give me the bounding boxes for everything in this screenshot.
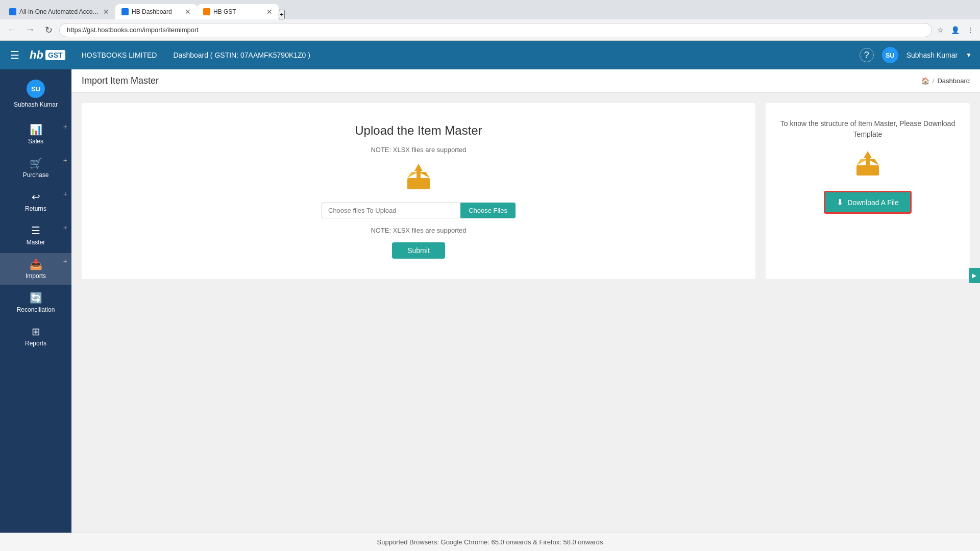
logo-hb: hb [30, 48, 43, 62]
forward-button[interactable]: → [22, 22, 38, 38]
content-area: Import Item Master 🏠 / Dashboard Upload … [71, 69, 980, 533]
bookmark-icon[interactable]: ☆ [935, 24, 946, 36]
breadcrumb: 🏠 / Dashboard [921, 77, 970, 85]
imports-plus-icon[interactable]: + [63, 257, 67, 265]
sidebar-item-purchase[interactable]: 🛒 Purchase + [0, 152, 71, 184]
page-title: Import Item Master [82, 76, 159, 86]
user-dropdown-arrow[interactable]: ▼ [966, 52, 972, 59]
purchase-plus-icon[interactable]: + [63, 156, 67, 164]
main-layout: SU Subhash Kumar 📊 Sales + 🛒 Purchase + … [0, 69, 980, 533]
new-tab-button[interactable]: + [279, 10, 285, 19]
tab-1-title: All-in-One Automated Accoun... [19, 8, 100, 15]
returns-label: Returns [25, 205, 46, 212]
imports-icon: 📥 [30, 258, 42, 270]
breadcrumb-current: Dashboard [937, 77, 970, 85]
tab-1-favicon [9, 8, 16, 15]
sidebar-item-reconciliation[interactable]: 🔄 Reconciliation [0, 287, 71, 318]
tab-bar: All-in-One Automated Accoun... ✕ HB Dash… [0, 0, 980, 19]
upload-note1: NOTE: XLSX files are supported [371, 146, 466, 154]
footer-browsers: Google Chrome: 65.0 onwards & Firefox: 5… [441, 538, 603, 546]
page-header: Import Item Master 🏠 / Dashboard [71, 69, 980, 93]
dashboard-label: Dashboard ( GSTIN: 07AAMFK5790K1Z0 ) [173, 51, 310, 59]
back-button[interactable]: ← [4, 22, 19, 38]
sidebar-item-reports[interactable]: ⊞ Reports [0, 320, 71, 352]
tab-3-close[interactable]: ✕ [266, 8, 273, 16]
logo-gst: GST [45, 50, 65, 60]
purchase-label: Purchase [23, 171, 49, 179]
submit-button[interactable]: Submit [392, 242, 445, 259]
hamburger-button[interactable]: ☰ [8, 47, 21, 63]
tab-2-title: HB Dashboard [132, 8, 182, 15]
reload-button[interactable]: ↻ [41, 22, 56, 38]
side-scroll-tab[interactable]: ▶ [969, 268, 980, 283]
tab-3[interactable]: HB GST ✕ [197, 4, 279, 19]
sales-plus-icon[interactable]: + [63, 122, 67, 131]
reconciliation-label: Reconciliation [17, 306, 55, 313]
logo-container: hb GST [30, 48, 65, 62]
svg-rect-2 [856, 165, 879, 176]
sidebar-item-master[interactable]: ☰ Master + [0, 219, 71, 251]
svg-marker-1 [414, 164, 423, 178]
sidebar-item-returns[interactable]: ↩ Returns + [0, 186, 71, 217]
reconciliation-icon: 🔄 [30, 292, 42, 304]
app-container: ☰ hb GST HOSTBOOKS LIMITED Dashboard ( G… [0, 41, 980, 551]
tab-2-favicon [121, 8, 129, 15]
user-name-top: Subhash Kumar [906, 51, 958, 59]
upload-icon [403, 162, 434, 192]
master-icon: ☰ [31, 224, 40, 237]
address-bar-row: ← → ↻ ☆ 👤 ⋮ [0, 19, 980, 41]
download-btn-label: Download A File [847, 198, 898, 207]
sidebar-user: SU Subhash Kumar [0, 76, 71, 116]
imports-label: Imports [26, 272, 46, 280]
reports-icon: ⊞ [32, 325, 40, 338]
sidebar: SU Subhash Kumar 📊 Sales + 🛒 Purchase + … [0, 69, 71, 533]
top-nav: ☰ hb GST HOSTBOOKS LIMITED Dashboard ( G… [0, 41, 980, 69]
download-file-button[interactable]: ⬇ Download A File [824, 191, 911, 214]
master-label: Master [27, 239, 45, 246]
tab-2-close[interactable]: ✕ [185, 8, 191, 16]
upload-input-row: Choose Files [322, 203, 516, 218]
svg-marker-3 [864, 151, 872, 165]
main-content: Upload the Item Master NOTE: XLSX files … [71, 93, 980, 289]
upload-card: Upload the Item Master NOTE: XLSX files … [82, 103, 755, 279]
user-avatar-top: SU [882, 47, 898, 63]
upload-icon-container [403, 162, 434, 194]
master-plus-icon[interactable]: + [63, 223, 67, 232]
tab-1-close[interactable]: ✕ [103, 8, 109, 16]
file-input[interactable] [322, 203, 460, 218]
svg-rect-0 [407, 178, 430, 189]
returns-icon: ↩ [32, 191, 40, 203]
sidebar-username: Subhash Kumar [14, 101, 58, 108]
tab-1[interactable]: All-in-One Automated Accoun... ✕ [3, 4, 115, 19]
address-input[interactable] [59, 23, 932, 37]
upload-note2: NOTE: XLSX files are supported [371, 227, 466, 234]
footer-supported-label: Supported Browsers: [377, 538, 439, 546]
sales-label: Sales [28, 138, 43, 145]
tab-3-title: HB GST [213, 8, 263, 15]
browser-chrome: All-in-One Automated Accoun... ✕ HB Dash… [0, 0, 980, 41]
breadcrumb-separator: / [933, 77, 935, 85]
download-icon [853, 150, 882, 179]
extension-icon[interactable]: ⋮ [965, 24, 976, 36]
breadcrumb-home-icon[interactable]: 🏠 [921, 77, 929, 85]
footer: Supported Browsers: Google Chrome: 65.0 … [0, 533, 980, 551]
help-button[interactable]: ? [860, 48, 874, 62]
company-name: HOSTBOOKS LIMITED [82, 51, 157, 59]
download-btn-icon: ⬇ [837, 197, 843, 207]
sidebar-item-sales[interactable]: 📊 Sales + [0, 118, 71, 150]
sidebar-item-imports[interactable]: 📥 Imports + [0, 253, 71, 285]
returns-plus-icon[interactable]: + [63, 190, 67, 198]
tab-3-favicon [203, 8, 210, 15]
choose-files-button[interactable]: Choose Files [460, 203, 516, 218]
template-description: To know the structure of Item Master, Pl… [776, 118, 960, 140]
template-card: To know the structure of Item Master, Pl… [766, 103, 970, 279]
download-icon-container [853, 150, 882, 181]
sidebar-avatar: SU [27, 80, 45, 98]
upload-title: Upload the Item Master [355, 123, 482, 138]
reports-label: Reports [25, 340, 46, 347]
tab-2[interactable]: HB Dashboard ✕ [115, 4, 197, 19]
purchase-icon: 🛒 [30, 157, 42, 169]
sales-icon: 📊 [30, 123, 42, 136]
user-account-icon[interactable]: 👤 [949, 24, 962, 36]
